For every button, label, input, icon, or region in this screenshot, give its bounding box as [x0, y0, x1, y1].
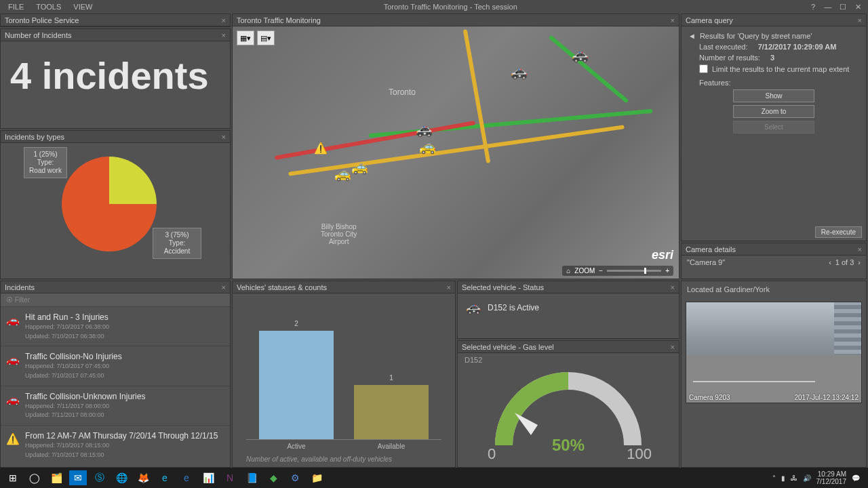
tray-up-icon[interactable]: ˄ — [772, 474, 776, 482]
tray-clock[interactable]: 10:29 AM 7/12/2017 — [816, 470, 847, 485]
map-marker-police[interactable]: 🚓 — [416, 121, 433, 138]
incident-happened: Happened: 7/10/2017 08:15:00 — [25, 442, 223, 450]
pager-next-icon[interactable]: › — [858, 258, 861, 266]
taskbar: ⊞ ◯ 🗂️ ✉ Ⓢ 🌐 🦊 e e 📊 N 📘 ◆ ⚙ 📁 ˄ ▮ 🖧 🔊 1… — [0, 468, 868, 488]
incident-item[interactable]: 🚗Hit and Run - 3 InjuriesHappened: 7/10/… — [1, 306, 230, 346]
camera-image[interactable]: Camera 9203 2017-Jul-12 13:24:12 — [686, 302, 862, 403]
search-icon[interactable]: ◯ — [26, 470, 43, 485]
app-icon[interactable]: 📊 — [199, 470, 217, 485]
select-button: Select — [733, 121, 814, 134]
title-bar: FILE TOOLS VIEW Toronto Traffic Monitori… — [0, 0, 868, 14]
app-icon[interactable]: ◆ — [264, 470, 282, 485]
tray-battery-icon[interactable]: ▮ — [781, 474, 785, 482]
panel-close-icon[interactable]: × — [222, 133, 226, 141]
menu-tools[interactable]: TOOLS — [36, 3, 61, 11]
panel-close-icon[interactable]: × — [671, 16, 675, 24]
incident-updated: Updated: 7/10/2017 07:45:00 — [25, 372, 223, 380]
map-marker-police[interactable]: 🚓 — [572, 47, 589, 63]
skype-icon[interactable]: Ⓢ — [91, 470, 108, 485]
app-icon[interactable]: ⚙ — [286, 470, 304, 485]
app-icon[interactable]: 📘 — [243, 470, 260, 485]
panel-close-icon[interactable]: × — [858, 16, 862, 24]
incident-item[interactable]: ⚠️From 12 AM-7 AM Thursday 7/20/14 Throu… — [1, 425, 230, 464]
map-marker-taxi[interactable]: 🚕 — [334, 165, 351, 182]
map-marker-warning[interactable]: ⚠️ — [314, 142, 328, 155]
pie-chart[interactable] — [62, 157, 157, 251]
chrome-icon[interactable]: 🌐 — [113, 470, 130, 485]
panel-camera-query: Camera query× ◄Results for 'Query by str… — [681, 14, 867, 241]
vehicle-status-text: D152 is Active — [488, 303, 539, 312]
features-label: Features: — [699, 79, 859, 87]
count-title: Number of Incidents — [5, 31, 71, 39]
reexecute-button[interactable]: Re-execute — [815, 226, 862, 238]
camera-name: "Camera 9" — [687, 258, 725, 266]
maximize-icon[interactable]: ☐ — [838, 3, 848, 12]
query-last-exec: 7/12/2017 10:29:09 AM — [758, 43, 837, 51]
minimize-icon[interactable]: — — [823, 3, 833, 12]
pager-prev-icon[interactable]: ‹ — [829, 258, 831, 266]
incident-item[interactable]: 🚗Traffic Collision-No InjuriesHappened: … — [1, 346, 230, 385]
map-label-toronto: Toronto — [389, 87, 416, 97]
tray-network-icon[interactable]: 🖧 — [791, 474, 797, 482]
limit-results-checkbox[interactable] — [699, 64, 708, 73]
help-icon[interactable]: ? — [808, 3, 818, 12]
map-canvas[interactable]: Toronto Billy Bishop Toronto City Airpor… — [233, 26, 679, 279]
map-home-icon[interactable]: ⌂ — [566, 267, 570, 274]
incident-item[interactable]: 🚗Traffic Collision-Unknown InjuriesHappe… — [1, 386, 230, 425]
map-marker-taxi[interactable]: 🚕 — [351, 159, 368, 175]
bars-title: Vehicles' statuses & counts — [237, 283, 327, 291]
panel-incident-types: Incidents by types× 1 (25%) Type: Road w… — [0, 130, 231, 279]
bars-note: Number of active, available and off-duty… — [246, 455, 441, 463]
menu-view[interactable]: VIEW — [73, 3, 92, 11]
camera-caption-id: Camera 9203 — [689, 394, 730, 401]
tray-notifications-icon[interactable]: 💬 — [852, 474, 860, 482]
file-explorer-icon[interactable]: 🗂️ — [47, 470, 65, 485]
close-icon[interactable]: ✕ — [853, 3, 863, 12]
incident-updated: Updated: 7/11/2017 08:00:00 — [25, 411, 223, 420]
back-icon[interactable]: ◄ — [688, 32, 696, 40]
panel-tps: Toronto Police Service× — [0, 14, 231, 27]
map-marker-police[interactable]: 🚓 — [511, 64, 528, 80]
onenote-icon[interactable]: N — [221, 470, 239, 485]
incident-title: Hit and Run - 3 Injuries — [25, 312, 223, 322]
gauge-value: 50% — [458, 436, 679, 455]
incident-title: Traffic Collision-No Injuries — [25, 352, 223, 361]
camd-title: Camera details — [686, 245, 736, 253]
ie-icon[interactable]: e — [156, 470, 174, 485]
panel-close-icon[interactable]: × — [671, 343, 675, 351]
firefox-icon[interactable]: 🦊 — [134, 470, 152, 485]
panel-close-icon[interactable]: × — [222, 283, 226, 291]
incident-happened: Happened: 7/10/2017 06:38:00 — [25, 323, 223, 331]
show-button[interactable]: Show — [733, 89, 814, 102]
panel-close-icon[interactable]: × — [222, 31, 226, 39]
zoomto-button[interactable]: Zoom to — [733, 105, 814, 118]
incident-title: Traffic Collision-Unknown Injuries — [25, 392, 223, 401]
types-title: Incidents by types — [5, 133, 64, 141]
outlook-icon[interactable]: ✉ — [69, 470, 87, 485]
zoom-slider[interactable] — [607, 270, 661, 272]
bar-label-active: Active — [259, 443, 334, 450]
panel-close-icon[interactable]: × — [671, 283, 675, 291]
incident-title: From 12 AM-7 AM Thursday 7/20/14 Through… — [25, 431, 223, 441]
panel-close-icon[interactable]: × — [222, 16, 226, 24]
panel-incidents: Incidents× ⦿ Filter 🚗Hit and Run - 3 Inj… — [0, 281, 231, 468]
menu-file[interactable]: FILE — [8, 3, 24, 11]
map-marker-taxi[interactable]: 🚕 — [419, 138, 436, 155]
gas-vehicle-id: D152 — [458, 353, 679, 367]
incidents-filter[interactable]: ⦿ Filter — [1, 293, 230, 306]
app-icon[interactable]: 📁 — [308, 470, 326, 485]
panel-close-icon[interactable]: × — [858, 245, 862, 253]
map-basemap-button[interactable]: ▤▾ — [257, 30, 275, 45]
bar-available[interactable]: 1 — [354, 385, 429, 439]
zoom-out-icon[interactable]: − — [599, 267, 603, 274]
zoom-in-icon[interactable]: + — [665, 267, 669, 274]
tray-volume-icon[interactable]: 🔊 — [803, 474, 811, 482]
bar-active[interactable]: 2 — [259, 331, 334, 439]
incident-count-value: 4 incidents — [1, 41, 230, 110]
incident-icon: ⚠️ — [6, 432, 20, 445]
edge-icon[interactable]: e — [178, 470, 195, 485]
start-button[interactable]: ⊞ — [4, 470, 22, 485]
bar-label-available: Available — [354, 443, 429, 450]
panel-close-icon[interactable]: × — [447, 283, 451, 291]
map-layers-button[interactable]: ▦▾ — [237, 30, 254, 45]
